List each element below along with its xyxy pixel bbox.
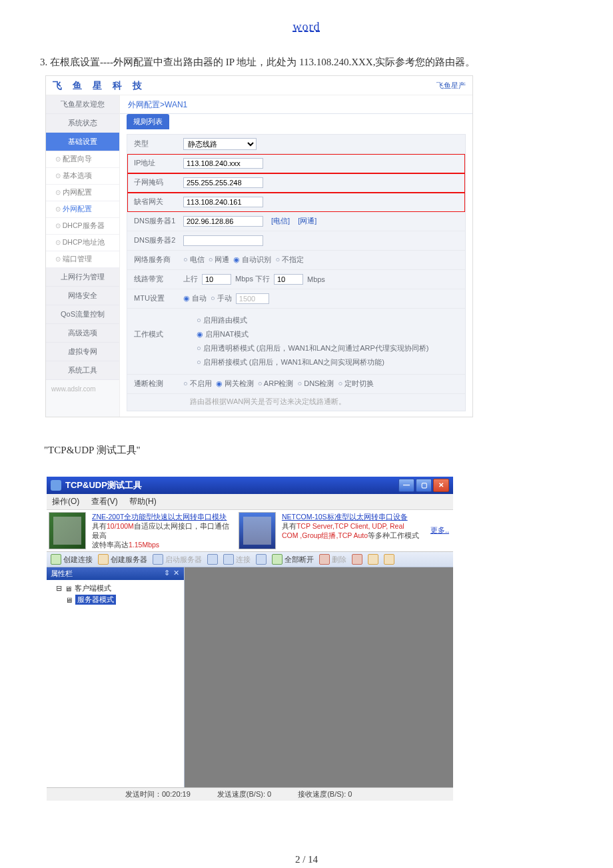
input-bw-down[interactable] xyxy=(274,274,303,285)
radio-chk-gw[interactable]: 网关检测 xyxy=(216,379,254,389)
sidebar-sub-basicopt[interactable]: 基本选项 xyxy=(46,168,119,185)
tree-server-mode[interactable]: 🖥 服务器模式 xyxy=(49,594,181,605)
status-send-label: 发送速度(B/S): xyxy=(217,790,265,798)
radio-mtu-manual[interactable]: 手动 xyxy=(211,293,232,303)
header-word-link[interactable]: word xyxy=(40,20,573,34)
radio-mtu-auto[interactable]: 自动 xyxy=(183,293,207,303)
minimize-button[interactable]: — xyxy=(398,479,414,492)
toolbar-start-server[interactable]: 启动服务器 xyxy=(153,554,202,565)
tree-collapse-icon: ⊟ xyxy=(56,584,62,593)
sidebar-item-qos[interactable]: QoS流量控制 xyxy=(46,305,119,324)
help-icon xyxy=(384,554,394,565)
ad2-link[interactable]: NETCOM-10S标准型以太网转串口设备 xyxy=(282,512,422,521)
ad-bar: ZNE-200T全功能型快速以太网转串口模块 具有10/100M自适应以太网接口… xyxy=(47,510,453,553)
toolbar-disconnect-all[interactable]: 全部断开 xyxy=(272,554,314,565)
radio-mode-transbridge[interactable]: 启用透明桥模式 (启用后，WAN1和LAN之间通过ARP代理实现协同桥) xyxy=(197,344,428,352)
tree-client-mode[interactable]: ⊟ 🖥 客户端模式 xyxy=(49,583,181,594)
menu-help[interactable]: 帮助(H) xyxy=(129,497,157,506)
radio-isp-telecom[interactable]: 电信 xyxy=(183,255,205,265)
maximize-button[interactable]: ▢ xyxy=(416,479,432,492)
sidebar-item-tools[interactable]: 系统工具 xyxy=(46,361,119,380)
label-mbps: Mbps xyxy=(307,275,325,283)
tcpudp-window: TCP&UDP测试工具 — ▢ ✕ 操作(O) 查看(V) 帮助(H) ZNE-… xyxy=(47,477,453,801)
link-telecom[interactable]: [电信] xyxy=(271,216,290,226)
menu-view[interactable]: 查看(V) xyxy=(91,497,118,506)
play-icon xyxy=(153,554,163,565)
input-mask[interactable] xyxy=(183,177,263,188)
label-ip: IP地址 xyxy=(134,158,183,168)
ad1-link[interactable]: ZNE-200T全功能型快速以太网转串口模块 xyxy=(92,512,233,521)
label-down: Mbps 下行 xyxy=(235,274,270,284)
router-logo: 飞 鱼 星 科 技 xyxy=(53,80,146,92)
page-number: 2 / 14 xyxy=(40,854,573,865)
sidebar-item-status[interactable]: 系统状态 xyxy=(46,114,119,133)
status-bar: 发送时间：00:20:19 发送速度(B/S): 0 接收速度(B/S): 0 xyxy=(47,787,453,801)
sidebar-sub-lan[interactable]: 内网配置 xyxy=(46,185,119,201)
input-dns2[interactable] xyxy=(183,235,263,246)
input-mtu[interactable] xyxy=(236,293,269,304)
sidebar-item-advanced[interactable]: 高级选项 xyxy=(46,324,119,343)
sidebar-sub-ports[interactable]: 端口管理 xyxy=(46,251,119,268)
input-dns1[interactable] xyxy=(183,216,263,227)
router-screenshot: 飞 鱼 星 科 技 飞鱼星产 飞鱼星欢迎您 系统状态 基础设置 配置向导 基本选… xyxy=(45,75,473,417)
app-icon xyxy=(51,480,61,491)
toolbar-create-server[interactable]: 创建服务器 xyxy=(98,554,147,565)
computer-icon: 🖥 xyxy=(65,596,73,604)
property-panel: 属性栏 ⇕ ✕ ⊟ 🖥 客户端模式 🖥 服务器模式 xyxy=(47,567,185,787)
sidebar-item-basic[interactable]: 基础设置 xyxy=(46,133,119,151)
radio-chk-timer[interactable]: 定时切换 xyxy=(338,379,374,389)
toolbar-stop-icon[interactable] xyxy=(368,554,378,565)
toolbar-recv-icon[interactable] xyxy=(256,554,267,565)
property-tree: ⊟ 🖥 客户端模式 🖥 服务器模式 xyxy=(47,580,184,787)
status-time-value: 00:20:19 xyxy=(162,790,191,798)
toolbar-send-icon[interactable] xyxy=(207,554,218,565)
gear-icon xyxy=(352,554,362,565)
panel-pin-close-icons[interactable]: ⇕ ✕ xyxy=(164,569,180,579)
tcpudp-section-label: "TCP&UDP 测试工具" xyxy=(44,444,573,457)
input-gateway[interactable] xyxy=(183,197,263,207)
status-time-label: 发送时间： xyxy=(125,790,162,798)
toolbar: 创建连接 创建服务器 启动服务器 连接 全部断开 删除 xyxy=(47,552,453,567)
radio-mode-bridge[interactable]: 启用桥接模式 (启用后，WAN1和LAN之间实现网桥功能) xyxy=(197,358,384,366)
sidebar-footer-link[interactable]: www.adslr.com xyxy=(46,380,119,398)
property-panel-title: 属性栏 xyxy=(51,569,73,579)
sidebar-item-behavior[interactable]: 上网行为管理 xyxy=(46,268,119,287)
label-up: 上行 xyxy=(183,274,198,284)
radio-chk-off[interactable]: 不启用 xyxy=(183,379,212,389)
tab-rulelist[interactable]: 规则列表 xyxy=(127,114,169,129)
toolbar-help-icon[interactable] xyxy=(384,554,394,565)
radio-mode-nat[interactable]: 启用NAT模式 xyxy=(197,330,249,338)
menu-operate[interactable]: 操作(O) xyxy=(52,497,79,506)
label-dns1: DNS服务器1 xyxy=(134,216,183,226)
ad-more-link[interactable]: 更多.. xyxy=(426,523,453,537)
ad1-image xyxy=(49,512,86,550)
radio-chk-arp[interactable]: ARP检测 xyxy=(258,379,294,389)
disconnect-icon xyxy=(272,554,283,565)
ad1-text: 具有10/100M自适应以太网接口，串口通信最高 波特率高达1.15Mbps xyxy=(92,522,229,549)
radio-chk-dns[interactable]: DNS检测 xyxy=(297,379,334,389)
input-bw-up[interactable] xyxy=(202,274,231,285)
select-type[interactable]: 静态线路 xyxy=(183,138,257,150)
stop-icon xyxy=(368,554,378,565)
link-netcom[interactable]: [网通] xyxy=(298,216,316,226)
sidebar-item-vpn[interactable]: 虚拟专网 xyxy=(46,343,119,361)
sidebar-sub-dhcp[interactable]: DHCP服务器 xyxy=(46,218,119,235)
sidebar-sub-dhcppool[interactable]: DHCP地址池 xyxy=(46,235,119,251)
close-button[interactable]: ✕ xyxy=(433,479,449,492)
router-topright-link[interactable]: 飞鱼星产 xyxy=(436,81,466,91)
input-ip[interactable] xyxy=(183,158,263,169)
radio-mode-route[interactable]: 启用路由模式 xyxy=(197,316,247,324)
sidebar-sub-wan[interactable]: 外网配置 xyxy=(46,201,119,218)
radio-isp-auto[interactable]: 自动识别 xyxy=(233,255,271,265)
toolbar-delete[interactable]: 删除 xyxy=(319,554,346,565)
ad2-text: 具有TCP Server,TCP Client, UDP, Real COM ,… xyxy=(282,522,419,539)
label-type: 类型 xyxy=(134,139,183,149)
toolbar-settings-icon[interactable] xyxy=(352,554,362,565)
toolbar-connect[interactable]: 连接 xyxy=(223,554,251,565)
radio-isp-none[interactable]: 不指定 xyxy=(275,255,304,265)
sidebar-item-netsec[interactable]: 网络安全 xyxy=(46,287,119,305)
connect-icon xyxy=(223,554,234,565)
radio-isp-netcom[interactable]: 网通 xyxy=(209,255,230,265)
toolbar-create-conn[interactable]: 创建连接 xyxy=(51,554,93,565)
sidebar-sub-wizard[interactable]: 配置向导 xyxy=(46,151,119,168)
